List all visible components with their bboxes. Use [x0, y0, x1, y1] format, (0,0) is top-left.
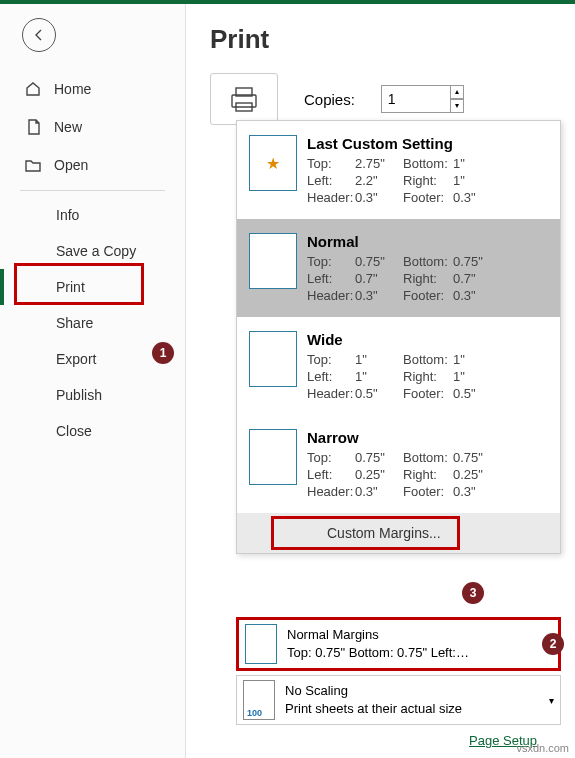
sidebar-label: New: [54, 119, 82, 135]
annotation-badge-1: 1: [152, 342, 174, 364]
copies-label: Copies:: [304, 91, 355, 108]
new-icon: [24, 118, 42, 136]
custom-margins-item[interactable]: Custom Margins...: [237, 513, 560, 553]
margin-option-narrow[interactable]: Narrow Top:0.75"Bottom:0.75" Left:0.25"R…: [237, 415, 560, 513]
sidebar-label: Info: [56, 207, 79, 223]
page-title: Print: [210, 24, 559, 55]
sidebar-label: Home: [54, 81, 91, 97]
home-icon: [24, 80, 42, 98]
custom-margins-label: Custom Margins...: [327, 525, 441, 541]
margins-dropdown: ★ Last Custom Setting Top:2.75"Bottom:1"…: [236, 120, 561, 554]
sidebar-label: Share: [56, 315, 93, 331]
open-icon: [24, 156, 42, 174]
sidebar-item-close[interactable]: Close: [0, 413, 185, 449]
margin-option-last-custom[interactable]: ★ Last Custom Setting Top:2.75"Bottom:1"…: [237, 121, 560, 219]
separator: [20, 190, 165, 191]
sidebar-item-open[interactable]: Open: [0, 146, 185, 184]
margin-option-normal[interactable]: Normal Top:0.75"Bottom:0.75" Left:0.7"Ri…: [237, 219, 560, 317]
option-title: Normal: [307, 233, 548, 250]
scaling-icon: 100: [243, 680, 275, 720]
sidebar-label: Print: [56, 279, 85, 295]
sidebar-label: Publish: [56, 387, 102, 403]
margin-icon: [249, 233, 297, 289]
option-title: Last Custom Setting: [307, 135, 548, 152]
printer-icon: [226, 84, 262, 114]
selector-detail: Top: 0.75" Bottom: 0.75" Left:…: [287, 644, 537, 662]
chevron-down-icon: ▾: [549, 695, 554, 706]
selector-detail: Print sheets at their actual size: [285, 700, 539, 718]
back-button[interactable]: [22, 18, 56, 52]
margin-option-wide[interactable]: Wide Top:1"Bottom:1" Left:1"Right:1" Hea…: [237, 317, 560, 415]
sidebar-item-share[interactable]: Share: [0, 305, 185, 341]
margin-icon: [245, 624, 277, 664]
page-setup-link[interactable]: Page Setup: [236, 733, 561, 748]
active-indicator: [0, 269, 4, 305]
sidebar-item-print[interactable]: Print: [0, 269, 185, 305]
sidebar-label: Close: [56, 423, 92, 439]
print-button[interactable]: [210, 73, 278, 125]
margin-icon: [249, 331, 297, 387]
watermark: vsxdn.com: [516, 742, 569, 754]
sidebar-item-info[interactable]: Info: [0, 197, 185, 233]
sidebar-item-publish[interactable]: Publish: [0, 377, 185, 413]
sidebar-item-save-copy[interactable]: Save a Copy: [0, 233, 185, 269]
selector-title: No Scaling: [285, 682, 539, 700]
sidebar-item-new[interactable]: New: [0, 108, 185, 146]
selector-title: Normal Margins: [287, 626, 537, 644]
sidebar-label: Open: [54, 157, 88, 173]
annotation-badge-3: 3: [462, 582, 484, 604]
scaling-selector[interactable]: 100 No Scaling Print sheets at their act…: [236, 675, 561, 725]
backstage-sidebar: Home New Open Info Save a Copy Print Sha…: [0, 4, 186, 758]
annotation-badge-2: 2: [542, 633, 564, 655]
margin-icon: [249, 429, 297, 485]
option-title: Wide: [307, 331, 548, 348]
copies-spinner[interactable]: ▴▾: [450, 85, 464, 113]
sidebar-label: Export: [56, 351, 96, 367]
sidebar-item-home[interactable]: Home: [0, 70, 185, 108]
sidebar-label: Save a Copy: [56, 243, 136, 259]
margin-icon: ★: [249, 135, 297, 191]
margins-selector[interactable]: Normal Margins Top: 0.75" Bottom: 0.75" …: [236, 617, 561, 671]
copies-input[interactable]: [381, 85, 451, 113]
option-title: Narrow: [307, 429, 548, 446]
